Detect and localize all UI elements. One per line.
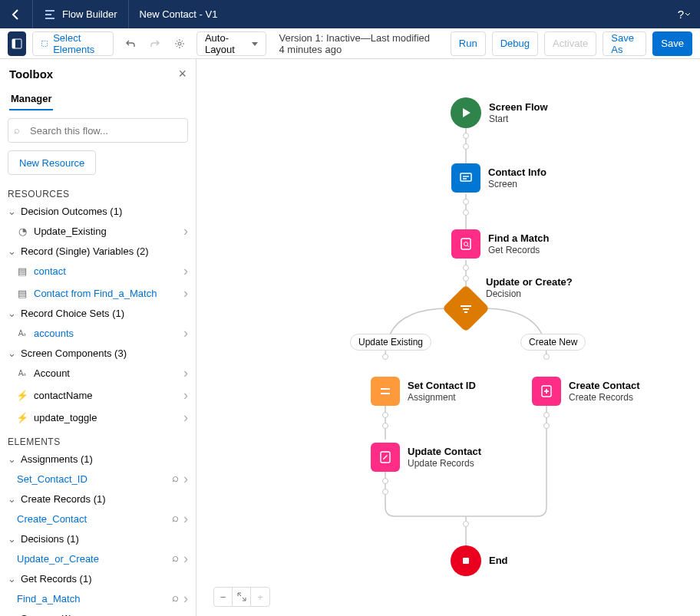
select-icon bbox=[41, 38, 48, 49]
node-find-a-match[interactable]: Find a MatchGet Records bbox=[451, 229, 549, 259]
item-contact-name[interactable]: ⚡contactName bbox=[0, 384, 196, 407]
debug-button[interactable]: Debug bbox=[492, 31, 538, 56]
node-end[interactable]: End bbox=[451, 545, 508, 576]
toolbox-toggle-button[interactable] bbox=[8, 31, 26, 56]
flow-canvas[interactable]: Screen FlowStart Contact InfoScreen Find… bbox=[196, 59, 700, 616]
branch-create-new[interactable]: Create New bbox=[520, 334, 586, 351]
chevron-down-icon: ⌄ bbox=[8, 613, 16, 616]
svg-rect-14 bbox=[461, 239, 471, 249]
redo-button[interactable] bbox=[144, 33, 166, 54]
connector-dot[interactable] bbox=[463, 521, 469, 527]
layout-mode-select[interactable]: Auto-Layout bbox=[196, 31, 267, 56]
item-find-a-match[interactable]: Find_a_Match bbox=[0, 588, 196, 610]
connector-dot[interactable] bbox=[543, 412, 550, 418]
save-as-button[interactable]: Save As bbox=[603, 31, 646, 56]
group-get-records[interactable]: ⌄Get Records (1) bbox=[0, 570, 196, 588]
connector-dot[interactable] bbox=[463, 209, 469, 216]
zoom-fit-button[interactable] bbox=[233, 588, 251, 606]
group-screens[interactable]: ⌄Screens (1) bbox=[0, 610, 196, 616]
lightning-icon: ⚡ bbox=[17, 390, 28, 401]
decision-icon bbox=[442, 285, 490, 332]
connector-dot[interactable] bbox=[463, 275, 469, 282]
chevron-down-icon: ⌄ bbox=[8, 533, 16, 545]
save-button[interactable]: Save bbox=[652, 31, 692, 56]
help-button[interactable]: ? bbox=[669, 8, 700, 21]
item-update-existing[interactable]: ◔Update_Existing bbox=[0, 220, 196, 242]
record-icon: ▤ bbox=[17, 288, 28, 299]
chevron-right-icon bbox=[183, 387, 188, 404]
chevron-right-icon bbox=[183, 365, 188, 381]
item-contact[interactable]: ▤contact bbox=[0, 260, 196, 282]
chevron-right-icon bbox=[183, 471, 188, 487]
chevron-down-icon: ⌄ bbox=[8, 453, 16, 465]
settings-button[interactable] bbox=[169, 33, 190, 54]
connector-dot[interactable] bbox=[382, 354, 388, 360]
chevron-right-icon bbox=[183, 511, 188, 527]
item-account[interactable]: AₐAccount bbox=[0, 362, 196, 384]
connector-dot[interactable] bbox=[382, 412, 388, 418]
resources-label: RESOURCES bbox=[0, 181, 196, 203]
lightning-icon: ⚡ bbox=[17, 412, 28, 423]
back-button[interactable] bbox=[0, 0, 32, 28]
select-elements-button[interactable]: Select Elements bbox=[32, 31, 114, 56]
group-assignments[interactable]: ⌄Assignments (1) bbox=[0, 450, 196, 468]
group-record-choice[interactable]: ⌄Record Choice Sets (1) bbox=[0, 305, 196, 322]
undo-button[interactable] bbox=[120, 33, 141, 54]
group-record-vars[interactable]: ⌄Record (Single) Variables (2) bbox=[0, 242, 196, 260]
branch-update-existing[interactable]: Update Existing bbox=[350, 334, 431, 351]
run-button[interactable]: Run bbox=[451, 31, 486, 56]
chevron-down-icon: ⌄ bbox=[8, 308, 16, 319]
search-input[interactable] bbox=[8, 118, 188, 143]
svg-rect-1 bbox=[12, 39, 15, 48]
group-create-records[interactable]: ⌄Create Records (1) bbox=[0, 490, 196, 508]
item-set-contact-id[interactable]: Set_Contact_ID bbox=[0, 468, 196, 490]
svg-line-16 bbox=[467, 245, 469, 247]
record-icon: ▤ bbox=[17, 265, 28, 277]
zoom-out-button[interactable]: − bbox=[214, 588, 233, 606]
node-update-contact[interactable]: Update ContactUpdate Records bbox=[371, 443, 481, 472]
group-decisions[interactable]: ⌄Decisions (1) bbox=[0, 530, 196, 548]
item-update-toggle[interactable]: ⚡update_toggle bbox=[0, 407, 196, 429]
node-start[interactable]: Screen FlowStart bbox=[451, 97, 548, 128]
node-set-contact-id[interactable]: Set Contact IDAssignment bbox=[371, 377, 476, 406]
chevron-down-icon: ⌄ bbox=[8, 245, 16, 257]
chevron-right-icon bbox=[183, 591, 188, 607]
version-status: Version 1: Inactive—Last modified 4 minu… bbox=[279, 32, 438, 55]
toolbox-title: Toolbox bbox=[9, 68, 53, 81]
tab-manager[interactable]: Manager bbox=[0, 84, 196, 110]
connector-dot[interactable] bbox=[463, 265, 469, 271]
connector-dot[interactable] bbox=[463, 199, 469, 205]
node-contact-info[interactable]: Contact InfoScreen bbox=[451, 163, 546, 193]
chevron-down-icon: ⌄ bbox=[8, 573, 16, 585]
create-records-icon bbox=[532, 377, 561, 406]
text-icon: Aₐ bbox=[17, 369, 28, 377]
connector-dot[interactable] bbox=[382, 423, 388, 429]
update-records-icon bbox=[371, 443, 400, 472]
connector-dot[interactable] bbox=[463, 143, 469, 150]
arrow-left-icon bbox=[10, 8, 22, 21]
minus-icon: − bbox=[220, 591, 226, 603]
group-screen-components[interactable]: ⌄Screen Components (3) bbox=[0, 344, 196, 362]
node-create-contact[interactable]: Create ContactCreate Records bbox=[532, 377, 639, 406]
node-update-or-create[interactable]: Update or Create?Decision bbox=[449, 292, 483, 325]
chevron-right-icon bbox=[183, 410, 188, 426]
fit-icon bbox=[237, 592, 246, 601]
screen-icon bbox=[451, 163, 480, 193]
connector-dot[interactable] bbox=[543, 354, 550, 360]
connector-dot[interactable] bbox=[382, 489, 388, 495]
connector-dot[interactable] bbox=[382, 478, 388, 484]
connector-dot[interactable] bbox=[463, 133, 469, 139]
search-icon bbox=[172, 591, 179, 607]
new-resource-button[interactable]: New Resource bbox=[8, 150, 96, 175]
svg-point-15 bbox=[464, 242, 468, 246]
connector-dot[interactable] bbox=[543, 423, 550, 429]
zoom-controls: − + bbox=[213, 587, 270, 607]
group-decision-outcomes[interactable]: ⌄Decision Outcomes (1) bbox=[0, 203, 196, 220]
item-create-contact[interactable]: Create_Contact bbox=[0, 508, 196, 530]
item-accounts[interactable]: Aₐaccounts bbox=[0, 322, 196, 344]
item-contact-from-find[interactable]: ▤Contact from Find_a_Match bbox=[0, 282, 196, 305]
chevron-down-icon: ⌄ bbox=[8, 206, 16, 217]
item-update-or-create[interactable]: Update_or_Create bbox=[0, 548, 196, 570]
chevron-right-icon bbox=[183, 325, 188, 341]
close-toolbox-button[interactable]: × bbox=[178, 67, 187, 81]
